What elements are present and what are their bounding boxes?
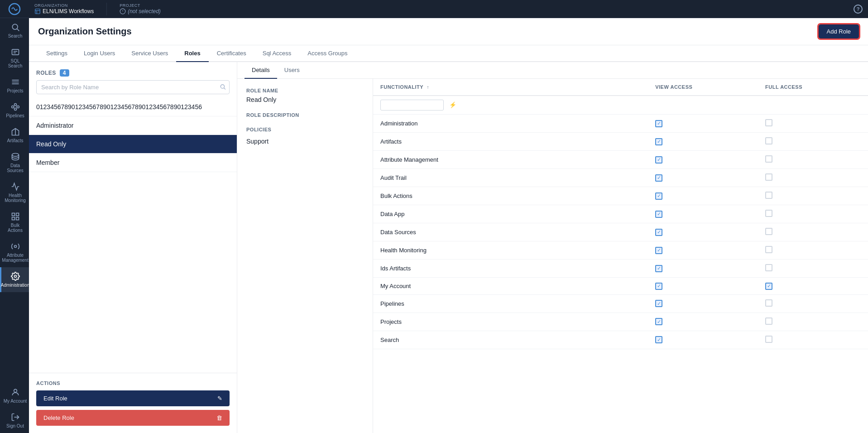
func-name: Administration bbox=[373, 115, 648, 133]
filter-row: ⚡ bbox=[373, 96, 868, 115]
detail-tab-details[interactable]: Details bbox=[245, 62, 277, 79]
checkbox-unchecked-full[interactable] bbox=[765, 155, 772, 163]
svg-point-6 bbox=[11, 106, 14, 108]
func-full-access bbox=[758, 205, 868, 223]
app-logo bbox=[0, 0, 29, 18]
col-functionality: FUNCTIONALITY ↑ bbox=[373, 79, 648, 96]
tabs-bar: Settings Login Users Service Users Roles… bbox=[29, 45, 868, 62]
func-view-access: ✓ bbox=[648, 260, 758, 278]
func-view-access: ✓ bbox=[648, 331, 758, 349]
checkbox-checked-view[interactable]: ✓ bbox=[655, 174, 662, 182]
policy-item-support: Support bbox=[246, 136, 364, 147]
svg-rect-16 bbox=[16, 213, 19, 216]
checkbox-unchecked-full[interactable] bbox=[765, 137, 772, 144]
checkbox-checked-view[interactable]: ✓ bbox=[655, 318, 662, 325]
org-info: ORGANIZATION ELN/LIMS Workflows bbox=[34, 3, 94, 14]
sidebar-item-sql-search[interactable]: SQL Search bbox=[0, 43, 29, 73]
func-full-access: ✓ bbox=[758, 278, 868, 295]
tab-sql-access[interactable]: Sql Access bbox=[254, 45, 300, 62]
edit-role-button[interactable]: Edit Role ✎ bbox=[36, 390, 230, 406]
sidebar-item-search[interactable]: Search bbox=[0, 18, 29, 43]
sidebar-item-artifacts[interactable]: Artifacts bbox=[0, 123, 29, 148]
svg-rect-3 bbox=[12, 49, 19, 55]
roles-list: 0123456789012345678901234567890123456789… bbox=[29, 98, 237, 373]
org-label: ORGANIZATION bbox=[34, 3, 94, 8]
checkbox-checked-view[interactable]: ✓ bbox=[655, 336, 662, 343]
checkbox-checked-view[interactable]: ✓ bbox=[655, 283, 662, 290]
col-view-access: VIEW ACCESS bbox=[648, 79, 758, 96]
project-label: PROJECT bbox=[120, 3, 161, 8]
checkbox-unchecked-full[interactable] bbox=[765, 210, 772, 217]
tab-service-users[interactable]: Service Users bbox=[123, 45, 176, 62]
help-button[interactable]: ? bbox=[854, 5, 863, 14]
func-row: Administration✓ bbox=[373, 115, 868, 133]
org-name: ELN/LIMS Workflows bbox=[34, 8, 94, 14]
checkbox-checked-view[interactable]: ✓ bbox=[655, 300, 662, 307]
sidebar-item-bulk-actions[interactable]: Bulk Actions bbox=[0, 207, 29, 237]
sidebar-item-my-account[interactable]: My Account bbox=[0, 383, 29, 408]
checkbox-checked-view[interactable]: ✓ bbox=[655, 247, 662, 254]
tab-roles[interactable]: Roles bbox=[176, 45, 208, 62]
tab-certificates[interactable]: Certificates bbox=[209, 45, 254, 62]
checkbox-checked-view[interactable]: ✓ bbox=[655, 192, 662, 200]
tab-login-users[interactable]: Login Users bbox=[76, 45, 123, 62]
checkbox-unchecked-full[interactable] bbox=[765, 336, 772, 343]
sidebar-item-data-sources[interactable]: Data Sources bbox=[0, 148, 29, 178]
tab-access-groups[interactable]: Access Groups bbox=[299, 45, 355, 62]
role-item-member[interactable]: Member bbox=[29, 154, 237, 172]
role-item-long[interactable]: 0123456789012345678901234567890123456789… bbox=[29, 98, 237, 116]
sort-icon[interactable]: ↑ bbox=[427, 85, 429, 90]
sidebar-item-projects[interactable]: Projects bbox=[0, 73, 29, 98]
sidebar-item-health-monitoring[interactable]: Health Monitoring bbox=[0, 178, 29, 207]
detail-tab-users[interactable]: Users bbox=[277, 62, 307, 79]
checkbox-checked-view[interactable]: ✓ bbox=[655, 211, 662, 218]
add-role-button[interactable]: Add Role bbox=[819, 24, 859, 38]
tab-settings[interactable]: Settings bbox=[38, 45, 76, 62]
func-full-access bbox=[758, 115, 868, 133]
role-item-administrator[interactable]: Administrator bbox=[29, 116, 237, 135]
role-search-button[interactable] bbox=[220, 83, 226, 91]
checkbox-checked-view[interactable]: ✓ bbox=[655, 156, 662, 164]
checkbox-checked-view[interactable]: ✓ bbox=[655, 120, 662, 127]
filter-icon[interactable]: ⚡ bbox=[449, 101, 456, 108]
svg-point-14 bbox=[12, 154, 19, 157]
func-full-access bbox=[758, 260, 868, 278]
checkbox-unchecked-full[interactable] bbox=[765, 318, 772, 325]
svg-point-25 bbox=[221, 84, 224, 88]
checkbox-checked-view[interactable]: ✓ bbox=[655, 138, 662, 145]
svg-point-19 bbox=[14, 245, 16, 248]
role-search-input[interactable] bbox=[36, 80, 230, 94]
svg-point-8 bbox=[14, 108, 16, 111]
checkbox-unchecked-full[interactable] bbox=[765, 173, 772, 181]
role-name-value: Read Only bbox=[246, 96, 364, 103]
func-view-access: ✓ bbox=[648, 169, 758, 187]
func-full-access bbox=[758, 313, 868, 331]
checkbox-checked-view[interactable]: ✓ bbox=[655, 265, 662, 272]
functionality-filter-input[interactable] bbox=[380, 100, 444, 111]
checkbox-checked-view[interactable]: ✓ bbox=[655, 229, 662, 236]
func-view-access: ✓ bbox=[648, 151, 758, 169]
checkbox-checked-full[interactable]: ✓ bbox=[765, 283, 772, 290]
checkbox-unchecked-full[interactable] bbox=[765, 299, 772, 307]
role-search-box bbox=[36, 80, 230, 94]
func-row: My Account✓✓ bbox=[373, 278, 868, 295]
func-view-access: ✓ bbox=[648, 133, 758, 151]
checkbox-unchecked-full[interactable] bbox=[765, 228, 772, 235]
checkbox-unchecked-full[interactable] bbox=[765, 264, 772, 271]
checkbox-unchecked-full[interactable] bbox=[765, 192, 772, 199]
sidebar-item-pipelines[interactable]: Pipelines bbox=[0, 98, 29, 123]
func-row: Attribute Management✓ bbox=[373, 151, 868, 169]
sidebar-item-sign-out[interactable]: Sign Out bbox=[0, 408, 29, 433]
sidebar-item-administration[interactable]: Administration bbox=[0, 267, 29, 292]
role-item-read-only[interactable]: Read Only bbox=[29, 135, 237, 154]
func-view-access: ✓ bbox=[648, 187, 758, 205]
checkbox-unchecked-full[interactable] bbox=[765, 246, 772, 253]
delete-role-button[interactable]: Delete Role 🗑 bbox=[36, 410, 230, 426]
sidebar-item-attribute-management[interactable]: Attribute Management bbox=[0, 237, 29, 267]
func-full-access bbox=[758, 169, 868, 187]
func-name: Data App bbox=[373, 205, 648, 223]
func-name: Audit Trail bbox=[373, 169, 648, 187]
checkbox-unchecked-full[interactable] bbox=[765, 119, 772, 126]
func-view-access: ✓ bbox=[648, 223, 758, 241]
func-full-access bbox=[758, 294, 868, 313]
